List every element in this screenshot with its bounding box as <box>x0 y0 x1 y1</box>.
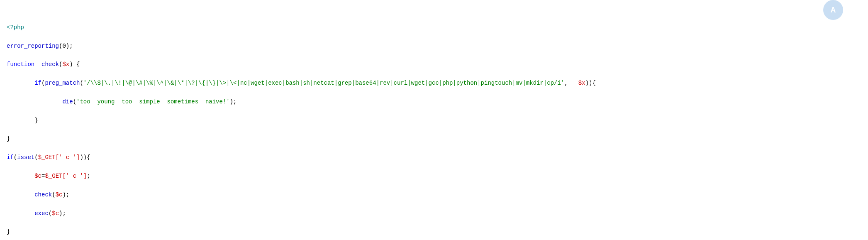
str-die-message: 'too young too simple sometimes naive!' <box>76 98 230 105</box>
func-die: die <box>62 98 73 105</box>
func-preg-match: preg_match <box>45 80 80 86</box>
var-x: $x <box>62 61 69 68</box>
line-12: } <box>7 227 861 236</box>
line-1: <?php <box>7 23 861 32</box>
line-3: function check($x) { <box>7 60 861 69</box>
line-10: check($c); <box>7 190 861 199</box>
str-pattern: '/\\$|\.|\!|\@|\#|\%|\^|\&|\*|\?|\{|\}|\… <box>83 80 564 86</box>
var-c: $c <box>34 173 41 179</box>
func-check2: check <box>34 191 52 198</box>
line-6: } <box>7 116 861 125</box>
kw-function: function <box>7 61 34 68</box>
line-2: error_reporting(0); <box>7 42 861 51</box>
var-get-c: $_GET[' c '] <box>38 154 80 161</box>
var-c2: $c <box>56 191 63 198</box>
php-open-tag: <?php <box>7 24 24 31</box>
func-error-reporting: error_reporting <box>7 43 59 49</box>
code-block: <?php error_reporting(0); function check… <box>7 4 861 240</box>
watermark: A <box>823 0 843 20</box>
watermark-text: A <box>831 4 836 16</box>
line-7: } <box>7 134 861 143</box>
kw-if: if <box>34 80 41 86</box>
line-4: if(preg_match('/\\$|\.|\!|\@|\#|\%|\^|\&… <box>7 78 861 88</box>
line-5: die('too young too simple sometimes naiv… <box>7 97 861 106</box>
var-x2: $x <box>578 80 585 86</box>
var-get-c2: $_GET[' c '] <box>45 173 87 179</box>
kw-if2: if <box>7 154 14 161</box>
func-isset: isset <box>17 154 34 161</box>
var-c3: $c <box>52 210 59 217</box>
func-check: check <box>41 61 59 68</box>
line-8: if(isset($_GET[' c '])){ <box>7 153 861 162</box>
line-9: $c=$_GET[' c ']; <box>7 171 861 181</box>
func-exec: exec <box>34 210 49 217</box>
line-11: exec($c); <box>7 209 861 218</box>
